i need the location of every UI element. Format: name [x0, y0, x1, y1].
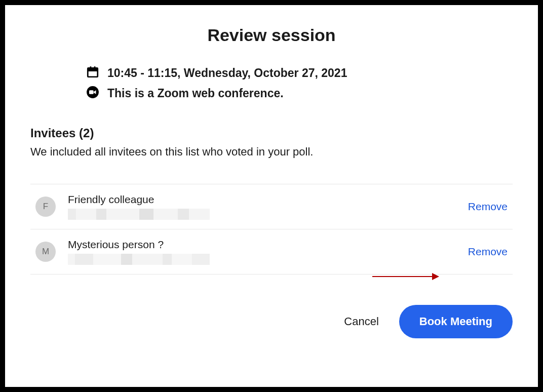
svg-rect-5	[89, 90, 94, 94]
invitee-info: Mysterious person ?	[68, 239, 468, 265]
invitee-name: Friendly colleague	[68, 193, 468, 206]
review-session-modal: Review session 10:45 - 11:15, Wednesday,…	[5, 5, 538, 387]
video-camera-icon	[86, 86, 99, 101]
avatar: F	[35, 197, 56, 217]
list-item: F Friendly colleague Remove	[30, 184, 513, 229]
svg-rect-3	[94, 66, 96, 69]
conference-row: This is a Zoom web conference.	[86, 86, 513, 101]
redacted-email	[68, 254, 210, 265]
invitee-info: Friendly colleague	[68, 193, 468, 220]
datetime-text: 10:45 - 11:15, Wednesday, October 27, 20…	[107, 66, 347, 80]
invitees-header: Invitees (2)	[30, 126, 513, 140]
calendar-icon	[86, 65, 99, 81]
book-meeting-button[interactable]: Book Meeting	[399, 305, 513, 338]
invitee-name: Mysterious person ?	[68, 239, 468, 251]
datetime-row: 10:45 - 11:15, Wednesday, October 27, 20…	[86, 65, 513, 81]
remove-button[interactable]: Remove	[468, 201, 508, 213]
svg-rect-1	[88, 68, 98, 71]
list-item: M Mysterious person ? Remove	[30, 229, 513, 275]
modal-actions: Cancel Book Meeting	[30, 305, 513, 338]
modal-title: Review session	[30, 25, 513, 45]
invitees-list: F Friendly colleague Remove M Mysterious…	[30, 184, 513, 275]
meeting-details: 10:45 - 11:15, Wednesday, October 27, 20…	[86, 65, 513, 101]
conference-text: This is a Zoom web conference.	[107, 87, 284, 100]
cancel-button[interactable]: Cancel	[344, 315, 378, 328]
avatar: M	[35, 242, 56, 262]
redacted-email	[68, 209, 210, 220]
svg-rect-2	[90, 66, 92, 69]
remove-button[interactable]: Remove	[468, 246, 508, 258]
invitees-subtext: We included all invitees on this list wh…	[30, 145, 513, 159]
